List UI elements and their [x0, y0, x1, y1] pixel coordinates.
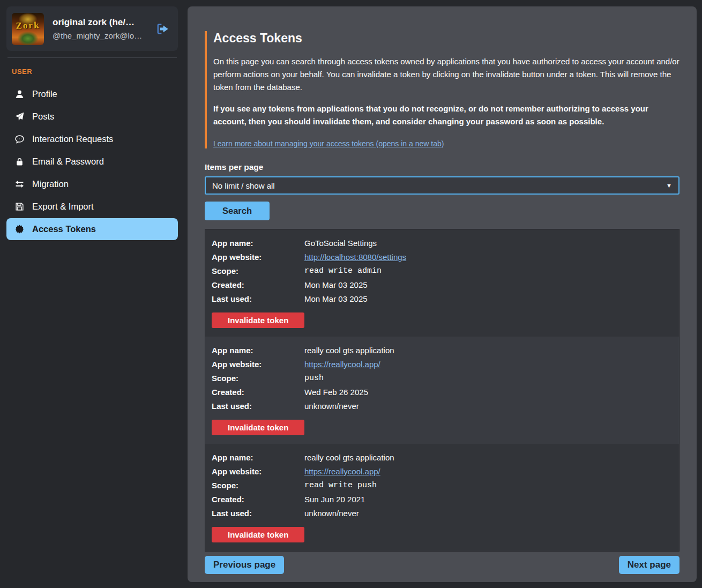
- scope-value: read write admin: [304, 264, 670, 278]
- last-used-label: Last used:: [212, 507, 304, 520]
- chevron-down-icon: ▼: [666, 182, 672, 189]
- sidebar-item-export-import[interactable]: Export & Import: [6, 196, 178, 218]
- sidebar-item-label: Interaction Requests: [32, 134, 113, 144]
- app-name-value: really cool gts application: [304, 344, 670, 358]
- search-button[interactable]: Search: [205, 202, 270, 220]
- certificate-seal-icon: [14, 225, 24, 234]
- app-name-label: App name:: [212, 344, 304, 358]
- avatar-zork-art: Zork: [12, 19, 44, 31]
- scope-label: Scope:: [212, 371, 304, 385]
- avatar: Zork: [12, 13, 44, 45]
- sidebar-item-label: Posts: [32, 111, 54, 122]
- token-list: App name: GoToSocial Settings App websit…: [205, 229, 679, 552]
- app-website-value: http://localhost:8080/settings: [304, 250, 670, 264]
- next-page-button[interactable]: Next page: [619, 556, 679, 574]
- app-website-label: App website:: [212, 358, 304, 371]
- app-name-label: App name:: [212, 451, 304, 465]
- created-value: Sun Jun 20 2021: [304, 493, 670, 507]
- pagination: Previous page Next page: [205, 556, 679, 574]
- profile-card[interactable]: Zork original zork (he/… @the_mighty_zor…: [6, 6, 178, 51]
- page-title: Access Tokens: [213, 31, 679, 46]
- app-website-link[interactable]: https://reallycool.app/: [304, 467, 380, 476]
- app-website-value: https://reallycool.app/: [304, 465, 670, 479]
- sidebar-item-label: Export & Import: [32, 202, 94, 212]
- last-used-label: Last used:: [212, 292, 304, 306]
- last-used-value: unknown/never: [304, 399, 670, 413]
- sidebar-divider: [8, 57, 177, 58]
- last-used-value: unknown/never: [304, 507, 670, 520]
- invalidate-token-button[interactable]: Invalidate token: [212, 527, 304, 542]
- app-name-value: GoToSocial Settings: [304, 236, 670, 250]
- logout-button[interactable]: [155, 22, 169, 36]
- last-used-value: Mon Mar 03 2025: [304, 292, 670, 306]
- token-entry: App name: really cool gts application Ap…: [205, 337, 679, 444]
- token-entry: App name: really cool gts application Ap…: [205, 444, 679, 551]
- app-website-label: App website:: [212, 250, 304, 264]
- app-name-value: really cool gts application: [304, 451, 670, 465]
- lock-icon: [14, 157, 24, 166]
- page-header: Access Tokens On this page you can searc…: [205, 31, 679, 148]
- scope-value: push: [304, 371, 670, 385]
- items-per-page-label: Items per page: [205, 162, 679, 172]
- created-value: Mon Mar 03 2025: [304, 278, 670, 292]
- intro-paragraph: On this page you can search through acce…: [213, 55, 679, 94]
- created-label: Created:: [212, 493, 304, 507]
- items-per-page-value: No limit / show all: [212, 181, 275, 190]
- sidebar-item-label: Profile: [32, 89, 57, 99]
- items-per-page-select[interactable]: No limit / show all ▼: [205, 176, 679, 195]
- previous-page-button[interactable]: Previous page: [205, 556, 284, 574]
- sidebar-item-access-tokens[interactable]: Access Tokens: [6, 218, 178, 240]
- sign-out-icon: [155, 22, 169, 36]
- sidebar-item-migration[interactable]: Migration: [6, 173, 178, 195]
- sidebar-item-label: Access Tokens: [32, 224, 96, 234]
- invalidate-token-button[interactable]: Invalidate token: [212, 312, 304, 328]
- created-value: Wed Feb 26 2025: [304, 385, 670, 399]
- transfer-arrows-icon: [14, 180, 24, 189]
- sidebar-nav: Profile Posts Interaction Requests: [6, 83, 178, 240]
- scope-label: Scope:: [212, 479, 304, 493]
- access-tokens-panel: Access Tokens On this page you can searc…: [188, 6, 697, 582]
- user-section-label: USER: [6, 68, 178, 76]
- token-entry: App name: GoToSocial Settings App websit…: [205, 229, 679, 337]
- app-website-link[interactable]: http://localhost:8080/settings: [304, 252, 406, 262]
- invalidate-token-button[interactable]: Invalidate token: [212, 420, 304, 435]
- sidebar-item-interaction-requests[interactable]: Interaction Requests: [6, 128, 178, 150]
- created-label: Created:: [212, 278, 304, 292]
- learn-more-link[interactable]: Learn more about managing your access to…: [213, 139, 444, 148]
- app-website-link[interactable]: https://reallycool.app/: [304, 360, 380, 369]
- created-label: Created:: [212, 385, 304, 399]
- display-name: original zork (he/…: [53, 17, 147, 28]
- sidebar-item-label: Migration: [32, 179, 69, 189]
- comment-dots-icon: [14, 135, 24, 144]
- paper-plane-icon: [14, 112, 24, 121]
- profile-names: original zork (he/… @the_mighty_zork@lo…: [53, 17, 147, 40]
- floppy-disk-icon: [14, 202, 24, 211]
- sidebar-item-label: Email & Password: [32, 157, 104, 167]
- warning-paragraph: If you see any tokens from applications …: [213, 102, 679, 128]
- last-used-label: Last used:: [212, 399, 304, 413]
- app-website-label: App website:: [212, 465, 304, 479]
- scope-label: Scope:: [212, 264, 304, 278]
- app-name-label: App name:: [212, 236, 304, 250]
- username: @the_mighty_zork@lo…: [53, 31, 147, 40]
- sidebar-item-posts[interactable]: Posts: [6, 106, 178, 128]
- sidebar-item-email-password[interactable]: Email & Password: [6, 151, 178, 173]
- sidebar-item-profile[interactable]: Profile: [6, 83, 178, 105]
- app-website-value: https://reallycool.app/: [304, 358, 670, 371]
- scope-value: read write push: [304, 479, 670, 493]
- user-icon: [14, 90, 24, 99]
- sidebar: Zork original zork (he/… @the_mighty_zor…: [6, 6, 178, 582]
